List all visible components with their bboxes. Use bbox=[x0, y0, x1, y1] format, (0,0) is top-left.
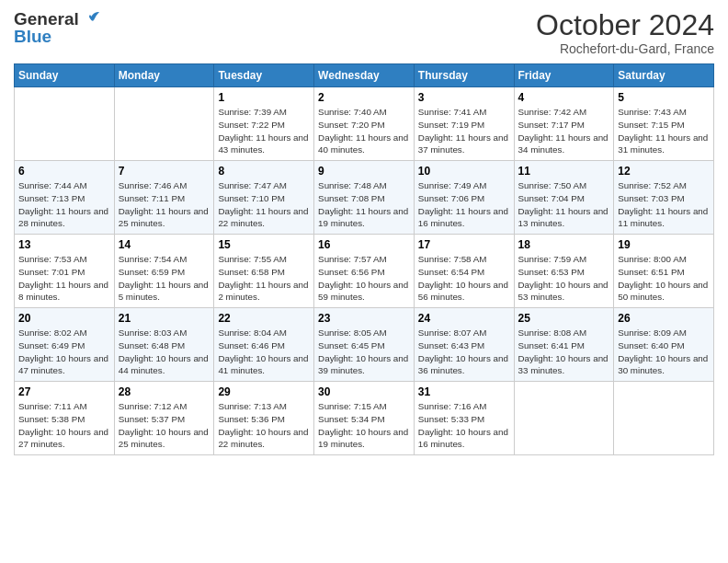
cell-content: Sunrise: 7:57 AMSunset: 6:56 PMDaylight:… bbox=[318, 253, 410, 304]
day-header-saturday: Saturday bbox=[614, 64, 714, 87]
month-title: October 2024 bbox=[536, 9, 714, 41]
day-number: 12 bbox=[618, 165, 710, 178]
cell-content: Sunrise: 8:02 AMSunset: 6:49 PMDaylight:… bbox=[18, 327, 110, 377]
calendar-cell: 8Sunrise: 7:47 AMSunset: 7:10 PMDaylight… bbox=[214, 161, 314, 235]
cell-content: Sunrise: 8:03 AMSunset: 6:48 PMDaylight:… bbox=[119, 327, 210, 377]
cell-content: Sunrise: 7:44 AMSunset: 7:13 PMDaylight:… bbox=[18, 179, 110, 230]
day-number: 2 bbox=[318, 91, 410, 104]
logo-general: General bbox=[14, 9, 79, 29]
week-row-5: 27Sunrise: 7:11 AMSunset: 5:38 PMDayligh… bbox=[15, 382, 714, 455]
week-row-3: 13Sunrise: 7:53 AMSunset: 7:01 PMDayligh… bbox=[15, 235, 714, 308]
day-number: 4 bbox=[518, 91, 610, 104]
day-header-friday: Friday bbox=[514, 64, 614, 87]
cell-content: Sunrise: 7:59 AMSunset: 6:53 PMDaylight:… bbox=[518, 253, 610, 304]
location: Rochefort-du-Gard, France bbox=[536, 41, 714, 56]
day-number: 11 bbox=[518, 165, 610, 178]
day-number: 28 bbox=[119, 385, 210, 398]
day-number: 6 bbox=[18, 165, 110, 178]
calendar-cell: 29Sunrise: 7:13 AMSunset: 5:36 PMDayligh… bbox=[214, 382, 314, 455]
cell-content: Sunrise: 7:50 AMSunset: 7:04 PMDaylight:… bbox=[518, 179, 610, 230]
cell-content: Sunrise: 7:40 AMSunset: 7:20 PMDaylight:… bbox=[318, 106, 410, 156]
week-row-2: 6Sunrise: 7:44 AMSunset: 7:13 PMDaylight… bbox=[15, 161, 714, 235]
cell-content: Sunrise: 7:39 AMSunset: 7:22 PMDaylight:… bbox=[218, 106, 310, 156]
calendar-cell: 17Sunrise: 7:58 AMSunset: 6:54 PMDayligh… bbox=[414, 235, 514, 308]
day-header-sunday: Sunday bbox=[15, 64, 115, 87]
cell-content: Sunrise: 7:48 AMSunset: 7:08 PMDaylight:… bbox=[318, 179, 410, 230]
day-number: 9 bbox=[318, 165, 410, 178]
day-number: 10 bbox=[418, 165, 510, 178]
calendar-cell: 14Sunrise: 7:54 AMSunset: 6:59 PMDayligh… bbox=[114, 235, 214, 308]
calendar-cell: 28Sunrise: 7:12 AMSunset: 5:37 PMDayligh… bbox=[114, 382, 214, 455]
day-number: 25 bbox=[518, 312, 610, 325]
day-number: 3 bbox=[418, 91, 510, 104]
calendar-cell bbox=[514, 382, 614, 455]
calendar-cell: 3Sunrise: 7:41 AMSunset: 7:19 PMDaylight… bbox=[414, 87, 514, 161]
day-number: 31 bbox=[418, 385, 510, 398]
day-number: 24 bbox=[418, 312, 510, 325]
day-number: 5 bbox=[618, 91, 710, 104]
calendar-cell: 18Sunrise: 7:59 AMSunset: 6:53 PMDayligh… bbox=[514, 235, 614, 308]
day-number: 15 bbox=[218, 238, 310, 251]
day-number: 16 bbox=[318, 238, 410, 251]
logo-bird-icon bbox=[81, 7, 101, 28]
week-row-1: 1Sunrise: 7:39 AMSunset: 7:22 PMDaylight… bbox=[15, 87, 714, 161]
calendar-cell: 4Sunrise: 7:42 AMSunset: 7:17 PMDaylight… bbox=[514, 87, 614, 161]
cell-content: Sunrise: 8:07 AMSunset: 6:43 PMDaylight:… bbox=[418, 327, 510, 377]
cell-content: Sunrise: 7:12 AMSunset: 5:37 PMDaylight:… bbox=[119, 400, 210, 451]
day-number: 18 bbox=[518, 238, 610, 251]
page-container: General Blue October 2024 Rochefort-du-G… bbox=[0, 0, 728, 469]
day-number: 21 bbox=[119, 312, 210, 325]
calendar-cell: 22Sunrise: 8:04 AMSunset: 6:46 PMDayligh… bbox=[214, 308, 314, 382]
day-number: 8 bbox=[218, 165, 310, 178]
calendar-cell: 9Sunrise: 7:48 AMSunset: 7:08 PMDaylight… bbox=[314, 161, 415, 235]
cell-content: Sunrise: 7:13 AMSunset: 5:36 PMDaylight:… bbox=[218, 400, 310, 451]
calendar-cell: 7Sunrise: 7:46 AMSunset: 7:11 PMDaylight… bbox=[114, 161, 214, 235]
calendar-cell: 31Sunrise: 7:16 AMSunset: 5:33 PMDayligh… bbox=[414, 382, 514, 455]
cell-content: Sunrise: 8:05 AMSunset: 6:45 PMDaylight:… bbox=[318, 327, 410, 377]
day-header-thursday: Thursday bbox=[414, 64, 514, 87]
calendar-cell: 26Sunrise: 8:09 AMSunset: 6:40 PMDayligh… bbox=[614, 308, 714, 382]
calendar-cell bbox=[614, 382, 714, 455]
cell-content: Sunrise: 7:15 AMSunset: 5:34 PMDaylight:… bbox=[318, 400, 410, 451]
calendar-cell: 23Sunrise: 8:05 AMSunset: 6:45 PMDayligh… bbox=[314, 308, 415, 382]
cell-content: Sunrise: 7:43 AMSunset: 7:15 PMDaylight:… bbox=[618, 106, 710, 156]
cell-content: Sunrise: 7:54 AMSunset: 6:59 PMDaylight:… bbox=[119, 253, 210, 304]
header-row: SundayMondayTuesdayWednesdayThursdayFrid… bbox=[15, 64, 714, 87]
day-number: 26 bbox=[618, 312, 710, 325]
cell-content: Sunrise: 7:46 AMSunset: 7:11 PMDaylight:… bbox=[119, 179, 210, 230]
logo: General Blue bbox=[14, 9, 101, 45]
calendar-cell: 6Sunrise: 7:44 AMSunset: 7:13 PMDaylight… bbox=[15, 161, 115, 235]
cell-content: Sunrise: 8:04 AMSunset: 6:46 PMDaylight:… bbox=[218, 327, 310, 377]
day-number: 23 bbox=[318, 312, 410, 325]
cell-content: Sunrise: 7:53 AMSunset: 7:01 PMDaylight:… bbox=[18, 253, 110, 304]
day-number: 14 bbox=[119, 238, 210, 251]
calendar-cell: 25Sunrise: 8:08 AMSunset: 6:41 PMDayligh… bbox=[514, 308, 614, 382]
cell-content: Sunrise: 7:16 AMSunset: 5:33 PMDaylight:… bbox=[418, 400, 510, 451]
cell-content: Sunrise: 7:11 AMSunset: 5:38 PMDaylight:… bbox=[18, 400, 110, 451]
cell-content: Sunrise: 7:52 AMSunset: 7:03 PMDaylight:… bbox=[618, 179, 710, 230]
cell-content: Sunrise: 8:09 AMSunset: 6:40 PMDaylight:… bbox=[618, 327, 710, 377]
day-header-monday: Monday bbox=[114, 64, 214, 87]
cell-content: Sunrise: 7:42 AMSunset: 7:17 PMDaylight:… bbox=[518, 106, 610, 156]
day-header-tuesday: Tuesday bbox=[214, 64, 314, 87]
cell-content: Sunrise: 7:58 AMSunset: 6:54 PMDaylight:… bbox=[418, 253, 510, 304]
calendar-cell: 27Sunrise: 7:11 AMSunset: 5:38 PMDayligh… bbox=[15, 382, 115, 455]
cell-content: Sunrise: 7:47 AMSunset: 7:10 PMDaylight:… bbox=[218, 179, 310, 230]
day-header-wednesday: Wednesday bbox=[314, 64, 415, 87]
header: General Blue October 2024 Rochefort-du-G… bbox=[14, 9, 714, 56]
day-number: 17 bbox=[418, 238, 510, 251]
day-number: 13 bbox=[18, 238, 110, 251]
cell-content: Sunrise: 7:49 AMSunset: 7:06 PMDaylight:… bbox=[418, 179, 510, 230]
calendar-cell: 16Sunrise: 7:57 AMSunset: 6:56 PMDayligh… bbox=[314, 235, 415, 308]
calendar-cell: 13Sunrise: 7:53 AMSunset: 7:01 PMDayligh… bbox=[15, 235, 115, 308]
calendar-table: SundayMondayTuesdayWednesdayThursdayFrid… bbox=[14, 63, 714, 455]
cell-content: Sunrise: 8:00 AMSunset: 6:51 PMDaylight:… bbox=[618, 253, 710, 304]
cell-content: Sunrise: 7:55 AMSunset: 6:58 PMDaylight:… bbox=[218, 253, 310, 304]
logo-blue: Blue bbox=[14, 28, 101, 45]
calendar-cell: 30Sunrise: 7:15 AMSunset: 5:34 PMDayligh… bbox=[314, 382, 415, 455]
calendar-cell bbox=[114, 87, 214, 161]
calendar-cell: 19Sunrise: 8:00 AMSunset: 6:51 PMDayligh… bbox=[614, 235, 714, 308]
day-number: 29 bbox=[218, 385, 310, 398]
day-number: 20 bbox=[18, 312, 110, 325]
calendar-cell: 10Sunrise: 7:49 AMSunset: 7:06 PMDayligh… bbox=[414, 161, 514, 235]
